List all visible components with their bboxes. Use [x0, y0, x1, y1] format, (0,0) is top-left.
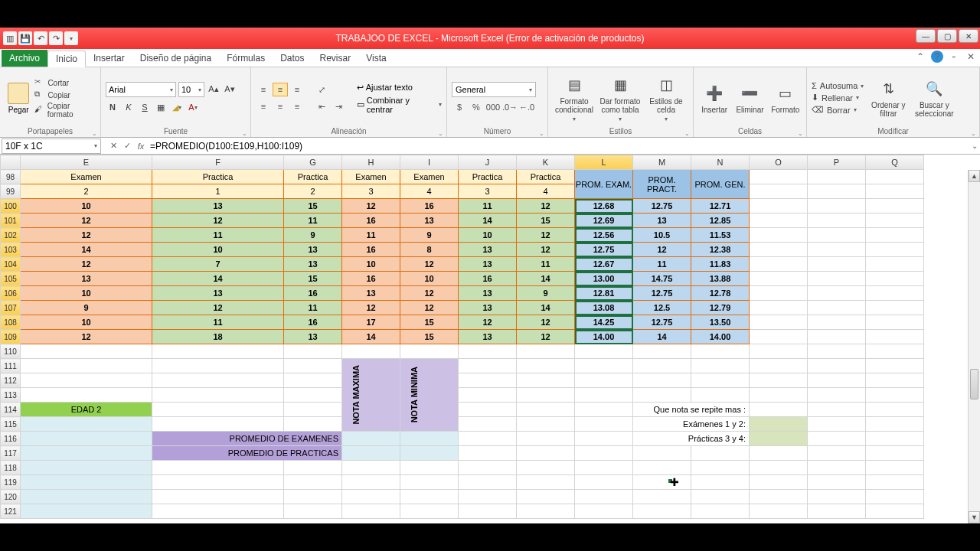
- cell[interactable]: [517, 344, 575, 359]
- cell[interactable]: [575, 344, 633, 359]
- cell[interactable]: [459, 490, 517, 504]
- col-header-E[interactable]: E: [21, 155, 152, 170]
- cell[interactable]: 14.75: [633, 272, 691, 286]
- cell[interactable]: [400, 504, 459, 519]
- cell[interactable]: 10: [400, 272, 459, 286]
- cell[interactable]: 12: [517, 315, 575, 330]
- cell[interactable]: 13: [459, 286, 517, 301]
- cell[interactable]: 16: [342, 243, 400, 257]
- cell[interactable]: 11: [517, 257, 575, 272]
- format-painter-button[interactable]: 🖌Copiar formato: [34, 102, 96, 119]
- cell[interactable]: [691, 475, 750, 490]
- cell[interactable]: 12.38: [691, 243, 750, 257]
- row-header-101[interactable]: 101: [1, 214, 21, 228]
- cell[interactable]: [750, 475, 808, 490]
- cell[interactable]: 12.5: [633, 301, 691, 315]
- row-header-121[interactable]: 121: [1, 504, 21, 519]
- cell[interactable]: [575, 504, 633, 519]
- cell[interactable]: 8: [400, 243, 459, 257]
- underline-button[interactable]: S: [138, 100, 152, 114]
- cell[interactable]: 10: [21, 286, 152, 301]
- cell[interactable]: 11: [342, 228, 400, 243]
- close-button[interactable]: ✕: [959, 29, 978, 43]
- cell[interactable]: [284, 490, 342, 504]
- align-middle-icon[interactable]: ≡: [273, 83, 288, 96]
- cell[interactable]: [152, 475, 284, 490]
- cell[interactable]: 12.69: [575, 214, 633, 228]
- cell[interactable]: [808, 490, 866, 504]
- cell[interactable]: 15: [517, 214, 575, 228]
- col-header-Q[interactable]: Q: [866, 155, 924, 170]
- cell[interactable]: 12: [21, 257, 152, 272]
- cell[interactable]: 12.75: [633, 286, 691, 301]
- align-right-icon[interactable]: ≡: [289, 99, 305, 113]
- cell[interactable]: 11.83: [691, 257, 750, 272]
- tab-datos[interactable]: Datos: [273, 50, 312, 67]
- name-box[interactable]: 10F x 1C▾: [2, 139, 101, 154]
- cell[interactable]: 12: [152, 214, 284, 228]
- cell[interactable]: 10.5: [633, 228, 691, 243]
- cell[interactable]: 12.79: [691, 301, 750, 315]
- cell[interactable]: [691, 504, 750, 519]
- align-bottom-icon[interactable]: ≡: [289, 83, 305, 96]
- cell[interactable]: 16: [400, 199, 459, 214]
- cell[interactable]: 13.00: [575, 272, 633, 286]
- cell[interactable]: [459, 504, 517, 519]
- row-header-99[interactable]: 99: [1, 184, 21, 199]
- cell[interactable]: [459, 461, 517, 475]
- col-header-I[interactable]: I: [400, 155, 459, 170]
- cell[interactable]: 13.08: [575, 301, 633, 315]
- formula-input[interactable]: [147, 139, 969, 154]
- cell[interactable]: 12: [517, 243, 575, 257]
- enter-formula-icon[interactable]: ✓: [121, 140, 133, 152]
- cell[interactable]: [575, 475, 633, 490]
- comma-icon[interactable]: 000: [485, 100, 501, 114]
- cell[interactable]: 13: [284, 243, 342, 257]
- minimize-button[interactable]: —: [916, 29, 936, 43]
- cell[interactable]: [866, 475, 924, 490]
- cell[interactable]: [342, 504, 400, 519]
- cell[interactable]: Examen: [21, 170, 152, 184]
- row-header-108[interactable]: 108: [1, 315, 21, 330]
- cell[interactable]: 12: [400, 301, 459, 315]
- decrease-font-icon[interactable]: A▾: [223, 82, 237, 96]
- cell[interactable]: [691, 490, 750, 504]
- align-left-icon[interactable]: ≡: [256, 99, 271, 113]
- cell-styles-button[interactable]: ◫Estilos de celda▾: [645, 74, 688, 122]
- cell[interactable]: [284, 344, 342, 359]
- cell[interactable]: 4: [400, 184, 459, 199]
- cell[interactable]: 11.53: [691, 228, 750, 243]
- cell[interactable]: 14: [633, 330, 691, 344]
- cell[interactable]: 16: [342, 214, 400, 228]
- fill-button[interactable]: ⬇Rellenar▾: [812, 93, 864, 103]
- cell[interactable]: [284, 504, 342, 519]
- cell[interactable]: 12.75: [633, 199, 691, 214]
- cell[interactable]: 13: [284, 330, 342, 344]
- cell[interactable]: [517, 490, 575, 504]
- percent-icon[interactable]: %: [469, 100, 484, 114]
- cell[interactable]: 2: [21, 184, 152, 199]
- cell[interactable]: [750, 504, 808, 519]
- col-header-N[interactable]: N: [691, 155, 750, 170]
- cell[interactable]: 9: [284, 228, 342, 243]
- tab-formulas[interactable]: Fórmulas: [219, 50, 273, 67]
- minimize-ribbon-icon[interactable]: ⌃: [914, 51, 926, 63]
- cell[interactable]: [633, 475, 691, 490]
- increase-indent-icon[interactable]: ⇥: [331, 99, 346, 113]
- fx-icon[interactable]: fx: [135, 140, 147, 152]
- cell[interactable]: 14.00: [691, 330, 750, 344]
- increase-font-icon[interactable]: A▴: [207, 82, 220, 96]
- font-name-combo[interactable]: Arial▾: [106, 82, 176, 97]
- cell[interactable]: [517, 504, 575, 519]
- cell[interactable]: [750, 344, 808, 359]
- cell[interactable]: [633, 344, 691, 359]
- cell[interactable]: [152, 344, 284, 359]
- borders-button[interactable]: ▦: [154, 100, 168, 114]
- cell[interactable]: 12: [21, 214, 152, 228]
- cell[interactable]: 15: [400, 315, 459, 330]
- cell[interactable]: 13: [342, 286, 400, 301]
- vertical-scrollbar[interactable]: ▲ ▼: [968, 170, 980, 523]
- cell[interactable]: 12.78: [691, 286, 750, 301]
- paste-button[interactable]: Pegar: [5, 83, 32, 114]
- col-header-J[interactable]: J: [459, 155, 517, 170]
